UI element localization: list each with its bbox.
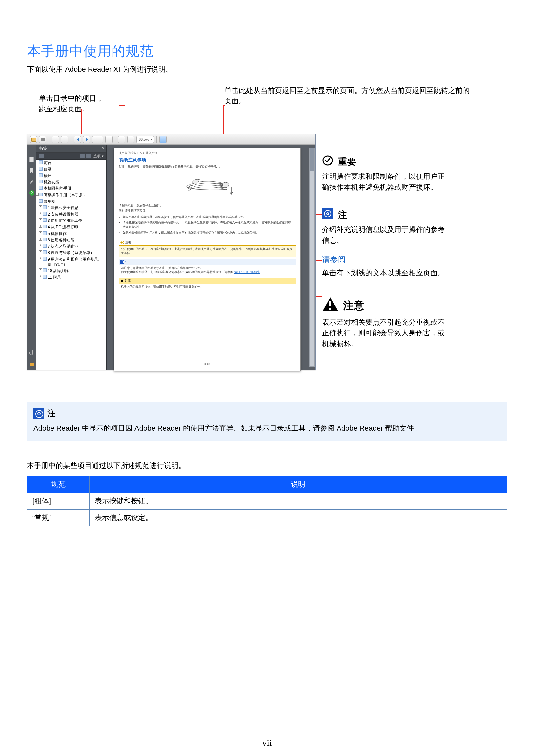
page-para2: 同时请注意以下项目。 xyxy=(114,208,301,214)
page-nav-button[interactable] xyxy=(105,136,113,143)
scrollbar[interactable] xyxy=(309,148,314,366)
legend-refer-desc: 单击有下划线的文本以跳至相应页面。 xyxy=(322,267,447,278)
legend-important-desc: 注明操作要求和限制条件，以便用户正确操作本机并避免机器或财产损坏。 xyxy=(322,171,447,193)
svg-rect-17 xyxy=(122,282,122,282)
page-caution-box: 注意 机器内的定影单元很热。请勿用手触摸。否则可能导致您的伤。 xyxy=(119,278,296,290)
warning-triangle-icon xyxy=(120,279,124,283)
legend-note-desc: 介绍补充说明信息以及用于操作的参考信息。 xyxy=(322,224,447,246)
refer-link[interactable]: 请参阅 xyxy=(322,255,346,264)
adobe-reader-window: − + 66.5% ? 书签 × xyxy=(27,134,315,370)
bookmark-item[interactable]: +6 使用各种功能 xyxy=(37,237,106,243)
page-note-box: 注 请注意，有些类型的纸张易于卷曲，并可能在出纸单元处卡纸。 如果使用如公函信笺… xyxy=(119,259,296,276)
note-square-icon xyxy=(322,208,333,222)
svg-text:?: ? xyxy=(31,191,33,195)
share-icon[interactable] xyxy=(29,361,35,366)
bullet-item: 如果准备长时间不使用本机，请从纸盒中取出所有纸张并将其密封保存在纸张包装袋内，以… xyxy=(123,231,292,235)
bookmark-item[interactable]: +9 用户验证和帐户（用户登录、部门管理） xyxy=(37,256,106,268)
bookmarks-icon[interactable] xyxy=(29,168,35,174)
warning-triangle-icon xyxy=(322,297,338,315)
bookmark-item[interactable]: 前言 xyxy=(37,160,106,166)
bookmark-item[interactable]: 机器功能 xyxy=(37,179,106,186)
signatures-icon[interactable] xyxy=(29,179,35,185)
bookmark-item[interactable]: +8 设置与登录（系统菜单） xyxy=(37,250,106,256)
explanation-diagram: 单击目录中的项目， 跳至相应页面。 单击此处从当前页返回至之前显示的页面。方便您… xyxy=(27,93,507,389)
refer-link-inline[interactable]: 第11-16 页上的纸张 xyxy=(234,270,260,274)
email-button[interactable] xyxy=(52,136,59,143)
page-subtitle: 下面以使用 Adobe Reader XI 为例进行说明。 xyxy=(27,64,507,74)
bookmark-item[interactable]: +1 法律和安全信息 xyxy=(37,205,106,211)
delete-bookmark-icon[interactable] xyxy=(86,154,91,158)
help-icon[interactable]: ? xyxy=(29,190,35,196)
zoom-level[interactable]: 66.5% xyxy=(136,136,154,143)
attachments-icon[interactable] xyxy=(29,349,35,355)
note-section-label: 注 xyxy=(47,408,56,419)
bookmark-panel-header: 书签 × xyxy=(37,145,106,152)
conventions-table: 规范 说明 [粗体] 表示按键和按钮。 “常规” 表示信息或设定。 xyxy=(27,476,507,526)
note-square-icon xyxy=(120,260,124,264)
bookmark-item[interactable]: 本机附带的手册 xyxy=(37,185,106,192)
page-para1: 请翻动纸张，然后在平面上拍打。 xyxy=(114,203,301,208)
close-icon[interactable]: × xyxy=(102,146,104,150)
legend-caution-desc: 表示若对相关要点不引起充分重视或不正确执行，则可能会导致人身伤害，或机械损坏。 xyxy=(322,317,447,349)
prev-view-button[interactable] xyxy=(74,136,81,143)
legend-important-label: 重要 xyxy=(338,155,356,169)
note-section-text: Adobe Reader 中显示的项目因 Adobe Reader 的使用方法而… xyxy=(34,422,500,434)
bookmark-options-label[interactable]: 选项 ▾ xyxy=(93,153,104,158)
svg-rect-1 xyxy=(322,208,333,219)
table-cell: “常规” xyxy=(27,510,90,526)
bullet-item: 如果纸张卷曲或者折叠，请将其抚平，然后再装入纸盒。卷曲或者折叠的纸张可能会造成卡… xyxy=(123,215,292,220)
bookmark-tool-icon[interactable] xyxy=(39,154,44,158)
bookmark-panel-title: 书签 xyxy=(39,146,47,151)
next-view-button[interactable] xyxy=(83,136,90,143)
page-intro: 打开一包新纸时，请在装纸前按照如图所示步骤卷动纸张，使得它们稍微错开。 xyxy=(114,164,301,169)
zoom-out-button[interactable]: − xyxy=(118,136,125,143)
note-label-inline: 注 xyxy=(125,260,128,264)
table-cell: 表示按键和按钮。 xyxy=(90,493,507,510)
svg-point-0 xyxy=(323,156,332,165)
tool-button[interactable] xyxy=(159,136,167,143)
table-row: “常规” 表示信息或设定。 xyxy=(27,510,507,526)
page-heading: 装纸注意事项 xyxy=(114,155,301,164)
bookmark-item[interactable]: 菜单图 xyxy=(37,199,106,205)
bullet-item: 请避免将拆封的纸张暴露在高温和高湿环境下，纸张受潮会造成复印故障。将纸张装入手送… xyxy=(123,221,292,230)
bookmark-item[interactable]: +2 安装并设置机器 xyxy=(37,211,106,218)
pdf-page: 使用前的准备工作 > 装入纸张 装纸注意事项 打开一包新纸时，请在装纸前按照如图… xyxy=(114,148,301,371)
legend-caution-label: 注意 xyxy=(343,298,364,313)
left-toolstrip: ? xyxy=(27,145,37,370)
bookmark-item[interactable]: +4 从 PC 进行打印 xyxy=(37,224,106,231)
new-bookmark-icon[interactable] xyxy=(80,154,85,158)
adobe-reader-note-box: 注 Adobe Reader 中显示的项目因 Adobe Reader 的使用方… xyxy=(27,402,507,441)
page-important-box: 重要 要在使用过的纸张（已经打印过的纸张）上进行复印时，请勿使用装订或者固定在一… xyxy=(119,239,296,257)
open-file-button[interactable] xyxy=(30,136,37,143)
table-header: 规范 xyxy=(27,476,90,493)
bookmark-item[interactable]: +5 机器操作 xyxy=(37,231,106,237)
zoom-in-button[interactable]: + xyxy=(127,136,134,143)
bookmark-item[interactable]: +高级操作手册（本手册） xyxy=(37,192,106,199)
svg-rect-16 xyxy=(122,280,122,281)
svg-rect-12 xyxy=(86,154,91,158)
page-field[interactable] xyxy=(92,136,103,143)
svg-rect-11 xyxy=(80,154,85,158)
page-thumb-button[interactable] xyxy=(61,136,68,143)
page-breadcrumb: 使用前的准备工作 > 装入纸张 xyxy=(114,148,301,155)
bookmark-item[interactable]: +7 状态／取消作业 xyxy=(37,243,106,250)
svg-rect-6 xyxy=(30,157,34,162)
svg-rect-10 xyxy=(39,154,44,158)
caution-label-inline: 注意 xyxy=(125,279,131,283)
svg-rect-9 xyxy=(30,363,34,365)
checkmark-circle-icon xyxy=(322,155,333,169)
bookmark-item[interactable]: 目录 xyxy=(37,166,106,173)
note-body-inline: 请注意，有些类型的纸张易于卷曲，并可能在出纸单元处卡纸。 如果使用如公函信笺、打… xyxy=(119,265,296,276)
page-thumbnails-icon[interactable] xyxy=(29,156,35,162)
bookmark-item[interactable]: +3 使用前的准备工作 xyxy=(37,218,106,224)
bookmark-list: 前言目录概述机器功能本机附带的手册+高级操作手册（本手册）菜单图+1 法律和安全… xyxy=(37,160,106,370)
bookmark-item[interactable]: 概述 xyxy=(37,173,106,179)
table-header: 说明 xyxy=(90,476,507,493)
table-cell: [粗体] xyxy=(27,493,90,510)
bookmark-item[interactable]: +10 故障排除 xyxy=(37,268,106,274)
page-number-ref: x-xx xyxy=(114,362,301,365)
print-button[interactable] xyxy=(39,136,46,143)
table-cell: 表示信息或设定。 xyxy=(90,510,507,526)
bookmark-item[interactable]: +11 附录 xyxy=(37,274,106,281)
important-body-inline: 要在使用过的纸张（已经打印过的纸张）上进行复印时，请勿使用装订或者固定在一起的纸… xyxy=(119,246,296,256)
